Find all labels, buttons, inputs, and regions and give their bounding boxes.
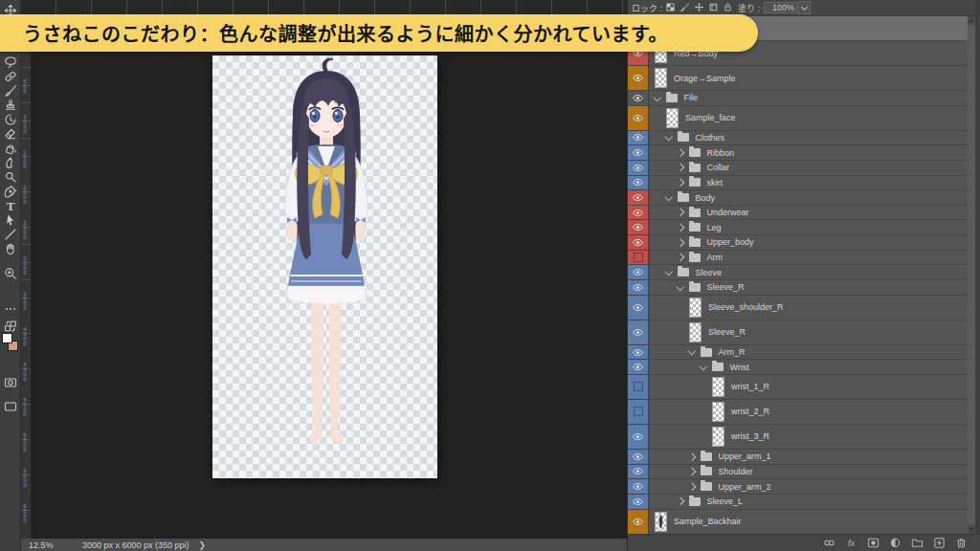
visibility-toggle[interactable] — [628, 296, 649, 320]
lock-all-icon[interactable] — [722, 1, 734, 13]
layer-group-row[interactable]: Underwear — [628, 206, 968, 221]
chevron-right-icon[interactable] — [677, 209, 684, 216]
visibility-toggle[interactable] — [628, 265, 649, 279]
trash-button[interactable] — [954, 537, 968, 550]
new-layer-button[interactable] — [932, 537, 946, 550]
layer-group-row[interactable]: File — [628, 91, 968, 106]
lock-artboard-icon[interactable] — [707, 1, 720, 13]
layer-group-row[interactable]: Shoulder — [628, 465, 968, 480]
chevron-right-icon[interactable] — [688, 483, 696, 491]
layer-row[interactable]: Sample_face — [628, 106, 968, 131]
visibility-toggle[interactable] — [628, 235, 649, 250]
tool-type-tool[interactable]: T — [3, 198, 17, 212]
fx-button[interactable]: fx — [844, 537, 858, 550]
layer-thumbnail[interactable] — [655, 512, 667, 532]
visibility-toggle[interactable] — [628, 495, 649, 509]
adjustment-button[interactable] — [888, 537, 902, 550]
scroll-up-icon[interactable] — [968, 16, 975, 25]
visibility-toggle[interactable] — [628, 145, 649, 160]
visibility-toggle[interactable] — [628, 465, 649, 479]
tool-history-brush-tool[interactable] — [3, 112, 17, 126]
visibility-toggle[interactable] — [628, 510, 649, 534]
visibility-toggle[interactable] — [628, 190, 649, 205]
chevron-down-icon[interactable] — [654, 93, 661, 100]
visibility-toggle[interactable] — [628, 91, 649, 105]
layer-group-row[interactable]: Upper_body — [628, 235, 968, 251]
chevron-down-icon[interactable] — [665, 268, 673, 276]
chevron-right-icon[interactable] — [677, 164, 684, 171]
layer-thumbnail[interactable] — [712, 377, 724, 397]
layer-thumbnail[interactable] — [689, 298, 702, 318]
layer-thumbnail[interactable] — [712, 427, 724, 447]
visibility-toggle[interactable] — [628, 479, 649, 494]
visibility-toggle[interactable] — [628, 131, 649, 145]
chevron-down-icon[interactable] — [665, 193, 673, 201]
tool-more-tools[interactable] — [3, 301, 17, 316]
chevron-down-icon[interactable] — [688, 347, 696, 355]
tool-smudge-tool[interactable] — [3, 155, 17, 169]
visibility-toggle[interactable] — [628, 161, 649, 175]
chevron-right-icon[interactable] — [677, 497, 684, 505]
fill-dropdown-button[interactable] — [798, 1, 811, 14]
visibility-toggle[interactable] — [628, 206, 649, 220]
layer-row[interactable]: Sleeve_shoulder_R — [628, 296, 968, 320]
layer-row[interactable]: Orage→Sample — [628, 66, 968, 91]
layer-group-row[interactable]: Arm — [628, 251, 968, 266]
foreground-color-swatch[interactable] — [2, 333, 12, 343]
tool-eraser-tool[interactable] — [3, 126, 17, 141]
tool-healing-brush-tool[interactable] — [3, 69, 17, 83]
tool-dodge-tool[interactable] — [3, 169, 17, 184]
layer-row[interactable]: wrist_3_R — [628, 425, 968, 450]
layer-thumbnail[interactable] — [712, 402, 724, 422]
visibility-toggle[interactable] — [628, 220, 649, 234]
tool-paint-bucket-tool[interactable] — [3, 141, 17, 155]
tool-path-select-tool[interactable] — [3, 212, 17, 227]
tool-pen-tool[interactable] — [3, 184, 17, 198]
layer-thumbnail[interactable] — [689, 322, 702, 342]
layer-group-row[interactable]: Leg — [628, 220, 968, 235]
document-canvas[interactable] — [212, 55, 437, 478]
layer-group-row[interactable]: Ribbon — [628, 145, 968, 161]
visibility-toggle[interactable] — [628, 425, 649, 449]
layer-group-row[interactable]: Sleeve_L — [628, 495, 968, 510]
layers-scrollbar[interactable] — [968, 16, 975, 534]
visibility-toggle[interactable] — [628, 176, 649, 190]
folder-button[interactable] — [910, 537, 924, 550]
visibility-toggle[interactable] — [628, 251, 649, 265]
tool-lasso-tool[interactable] — [3, 55, 17, 69]
lock-transparent-icon[interactable] — [664, 1, 677, 13]
zoom-level[interactable]: 12.5% — [29, 540, 61, 550]
layer-group-row[interactable]: Wrist — [628, 360, 968, 375]
chevron-down-icon[interactable] — [665, 133, 673, 141]
layer-thumbnail[interactable] — [666, 108, 679, 128]
scroll-down-icon[interactable] — [968, 525, 975, 534]
visibility-toggle[interactable] — [628, 106, 649, 130]
tool-line-tool[interactable] — [3, 227, 17, 241]
layer-group-row[interactable]: Upper_arm_1 — [628, 450, 968, 465]
layer-group-row[interactable]: Sleeve_R — [628, 280, 968, 296]
layer-row[interactable]: wrist_1_R — [628, 375, 968, 400]
chevron-right-icon[interactable] — [688, 468, 696, 475]
lock-brush-icon[interactable] — [679, 1, 691, 13]
layer-row[interactable]: wrist_2_R — [628, 400, 968, 425]
visibility-toggle[interactable] — [628, 360, 649, 374]
tool-zoom-tool[interactable] — [3, 266, 17, 280]
fill-value-input[interactable]: 100% — [764, 2, 798, 13]
chevron-right-icon[interactable] — [677, 253, 684, 261]
link-button[interactable] — [822, 537, 835, 550]
tool-clone-stamp-tool[interactable] — [3, 98, 17, 112]
layer-group-row[interactable]: skirt — [628, 176, 968, 191]
tool-quick-mask-mode[interactable] — [3, 375, 17, 389]
layer-group-row[interactable]: Sleeve — [628, 265, 968, 280]
layer-group-row[interactable]: Upper_arm_2 — [628, 479, 968, 495]
chevron-right-icon[interactable] — [677, 239, 684, 247]
layer-group-row[interactable]: Arm_R — [628, 345, 968, 361]
tool-screen-mode[interactable] — [3, 399, 17, 413]
tool-brush-tool[interactable] — [3, 83, 17, 98]
layer-row[interactable]: Sleeve_R — [628, 320, 968, 345]
chevron-right-icon[interactable] — [677, 179, 684, 187]
chevron-down-icon[interactable] — [677, 282, 684, 290]
visibility-toggle[interactable] — [628, 345, 649, 360]
layer-group-row[interactable]: Collar — [628, 161, 968, 176]
visibility-toggle[interactable] — [628, 66, 649, 90]
